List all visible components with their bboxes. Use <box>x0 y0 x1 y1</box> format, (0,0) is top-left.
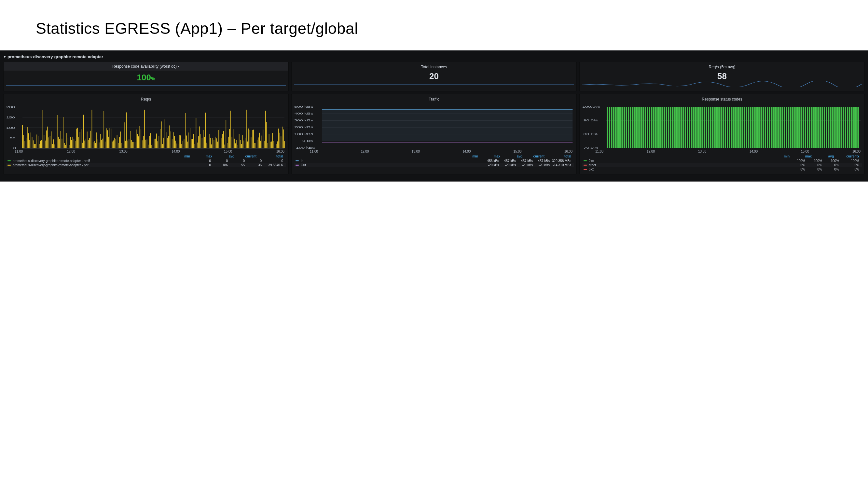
svg-rect-297 <box>691 107 692 148</box>
svg-rect-292 <box>681 107 682 148</box>
series-swatch-icon <box>296 165 299 166</box>
svg-rect-307 <box>712 107 714 148</box>
panel-title-availability[interactable]: Response code availability (worst dc) ▾ <box>4 62 288 71</box>
chart-row: Req/s 200 150 100 50 0 <box>3 94 865 174</box>
svg-rect-304 <box>706 107 707 148</box>
sparkline-availability <box>6 83 286 89</box>
svg-text:150: 150 <box>6 116 15 119</box>
svg-rect-329 <box>758 107 760 148</box>
svg-rect-287 <box>670 107 672 148</box>
panel-title-status: Response status codes <box>582 96 862 103</box>
header-current-sort[interactable]: current▾ <box>841 155 859 158</box>
svg-rect-359 <box>822 107 823 148</box>
svg-rect-347 <box>797 107 798 148</box>
svg-rect-374 <box>853 107 855 148</box>
svg-rect-331 <box>763 107 764 148</box>
series-swatch-icon <box>7 160 11 161</box>
legend-status: 2xx 100% 100% 100% 100% other 0% 0% 0% 0… <box>582 159 862 171</box>
svg-text:-100 kBs: -100 kBs <box>294 146 315 149</box>
svg-rect-311 <box>720 107 722 148</box>
svg-rect-321 <box>741 107 743 148</box>
series-swatch-icon <box>296 160 299 161</box>
svg-rect-325 <box>750 107 751 148</box>
svg-rect-323 <box>746 107 747 148</box>
svg-rect-335 <box>771 107 773 148</box>
svg-rect-281 <box>657 107 659 148</box>
svg-rect-373 <box>851 107 853 148</box>
svg-rect-262 <box>617 107 619 148</box>
svg-rect-290 <box>676 107 678 148</box>
panel-instances[interactable]: Total Instances 20 <box>291 62 577 91</box>
svg-rect-327 <box>754 107 756 148</box>
svg-rect-296 <box>689 107 691 148</box>
svg-rect-314 <box>727 107 728 148</box>
svg-rect-273 <box>641 107 642 148</box>
series-swatch-icon <box>584 169 587 170</box>
svg-rect-376 <box>857 107 859 148</box>
svg-text:90.0%: 90.0% <box>584 119 598 122</box>
svg-rect-298 <box>693 107 695 148</box>
panel-status[interactable]: Response status codes 100.0% 90.0% 80.0%… <box>579 94 865 174</box>
svg-rect-310 <box>718 107 720 148</box>
legend-item[interactable]: prometheus-discovery-graphite-remote-ada… <box>6 163 286 167</box>
row-header[interactable]: ▾ prometheus-discovery-graphite-remote-a… <box>3 53 865 62</box>
svg-rect-369 <box>843 107 844 148</box>
panel-reqs[interactable]: Req/s 200 150 100 50 0 <box>3 94 289 174</box>
caret-down-icon: ▾ <box>178 65 180 68</box>
chart-reqs-svg: 200 150 100 50 0 <box>6 103 286 149</box>
svg-rect-268 <box>630 107 631 148</box>
availability-value: 100% <box>6 72 286 83</box>
svg-rect-277 <box>649 107 651 148</box>
panel-reqs-avg[interactable]: Req/s (5m avg) 58 <box>579 62 865 91</box>
svg-rect-341 <box>784 107 785 148</box>
series-swatch-icon <box>7 165 11 166</box>
svg-rect-355 <box>813 107 815 148</box>
panel-title-instances: Total Instances <box>294 64 574 71</box>
legend-item[interactable]: Out -20 kBs -20 kBs -20 kBs -20 kBs -14.… <box>294 163 574 167</box>
svg-marker-247 <box>322 110 573 141</box>
svg-rect-332 <box>765 107 767 148</box>
svg-rect-350 <box>803 107 804 148</box>
legend-item[interactable]: prometheus-discovery-graphite-remote-ada… <box>6 159 286 163</box>
panel-availability[interactable]: Response code availability (worst dc) ▾ … <box>3 62 289 91</box>
svg-rect-295 <box>687 107 688 148</box>
svg-rect-282 <box>659 107 661 148</box>
chart-reqs-xticks: 11:0012:0013:0014:0015:0016:00 <box>6 149 286 153</box>
svg-rect-351 <box>805 107 806 148</box>
legend-item[interactable]: 2xx 100% 100% 100% 100% <box>582 159 862 163</box>
svg-rect-274 <box>643 107 644 148</box>
svg-rect-348 <box>798 107 800 148</box>
svg-rect-313 <box>725 107 726 148</box>
grafana-dashboard: ▾ prometheus-discovery-graphite-remote-a… <box>0 51 868 182</box>
svg-rect-263 <box>619 107 621 148</box>
svg-rect-283 <box>661 107 663 148</box>
legend-item[interactable]: 5xx 0% 0% 0% 0% <box>582 167 862 171</box>
series-name: Out <box>301 163 482 167</box>
svg-rect-371 <box>847 107 848 148</box>
series-name: other <box>589 163 788 167</box>
svg-text:0: 0 <box>13 147 16 149</box>
svg-rect-354 <box>811 107 813 148</box>
series-name: In <box>301 159 482 163</box>
svg-rect-343 <box>788 107 789 148</box>
svg-rect-270 <box>634 107 636 148</box>
svg-rect-315 <box>729 107 731 148</box>
legend-item[interactable]: In 456 kBs 457 kBs 457 kBs 457 kBs 329.3… <box>294 159 574 163</box>
svg-rect-299 <box>695 107 697 148</box>
series-name: prometheus-discovery-graphite-remote-ada… <box>13 159 194 163</box>
svg-rect-330 <box>761 107 762 148</box>
svg-rect-306 <box>710 107 711 148</box>
legend-traffic: In 456 kBs 457 kBs 457 kBs 457 kBs 329.3… <box>294 159 574 167</box>
sparkline-instances <box>294 82 574 87</box>
svg-rect-286 <box>668 107 670 148</box>
svg-rect-345 <box>792 107 794 148</box>
svg-rect-272 <box>638 107 640 148</box>
svg-rect-334 <box>769 107 771 148</box>
svg-rect-312 <box>722 107 724 148</box>
svg-rect-368 <box>841 107 842 148</box>
svg-rect-300 <box>697 107 699 148</box>
svg-rect-302 <box>701 107 703 148</box>
panel-traffic[interactable]: Traffic 500 kBs 400 kBs 300 kBs <box>291 94 577 174</box>
svg-rect-319 <box>737 107 739 148</box>
legend-item[interactable]: other 0% 0% 0% 0% <box>582 163 862 167</box>
